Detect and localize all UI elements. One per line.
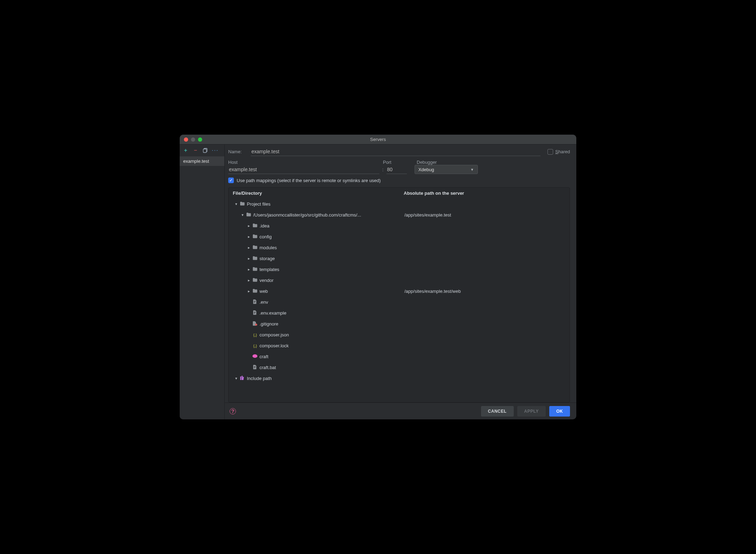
svg-rect-2: [254, 301, 256, 301]
json-icon: {..}: [252, 344, 258, 348]
tree-node-name: Project files: [247, 201, 270, 207]
tree-row[interactable]: ▸.idea: [229, 220, 570, 231]
expander-icon[interactable]: ▸: [246, 224, 252, 228]
svg-rect-6: [254, 313, 256, 313]
svg-rect-11: [254, 367, 256, 367]
tree-node-name: .gitignore: [260, 321, 278, 327]
php-icon: [252, 354, 258, 359]
tree-row[interactable]: ▾Include path: [229, 373, 570, 384]
ok-button[interactable]: OK: [549, 406, 570, 417]
svg-rect-5: [254, 312, 256, 312]
tree-row[interactable]: ▸web/app/sites/example.test/web: [229, 286, 570, 297]
svg-rect-7: [254, 313, 255, 314]
server-list-item[interactable]: example.test: [180, 156, 224, 166]
apply-button: APPLY: [517, 406, 546, 417]
add-icon[interactable]: +: [182, 147, 189, 154]
expander-icon[interactable]: ▸: [246, 289, 252, 294]
tree-row[interactable]: ▸templates: [229, 264, 570, 275]
chevron-down-icon: ▼: [470, 168, 474, 172]
minimize-window-icon[interactable]: [191, 137, 195, 142]
tree-node-name: craft: [260, 354, 268, 359]
expander-icon[interactable]: ▸: [246, 234, 252, 239]
file-tree[interactable]: ▾Project files▾/Users/jasonmccallister/g…: [229, 198, 570, 402]
library-icon: [239, 376, 245, 381]
debugger-value: Xdebug: [418, 167, 434, 172]
tree-node-name: .env.example: [260, 310, 286, 316]
copy-icon[interactable]: [202, 147, 209, 154]
host-input[interactable]: [228, 165, 379, 174]
shared-checkbox[interactable]: Shared: [547, 149, 570, 155]
path-mappings-checkbox[interactable]: ✓: [228, 178, 234, 183]
remove-icon[interactable]: −: [192, 147, 199, 154]
name-row: Name: Shared: [228, 147, 570, 156]
folder-icon: [252, 256, 258, 261]
tree-node-name: composer.lock: [260, 343, 289, 348]
svg-rect-12: [254, 368, 255, 368]
host-port-dbg-headers: Host Port Debugger: [228, 160, 570, 165]
svg-rect-14: [242, 376, 243, 380]
tree-row[interactable]: .env: [229, 297, 570, 308]
tree-node-name: .idea: [260, 223, 269, 228]
folder-icon: [252, 289, 258, 294]
tree-node-mapping[interactable]: /app/sites/example.test/web: [404, 289, 570, 294]
tree-row[interactable]: {..}composer.json: [229, 329, 570, 340]
gitignore-icon: [252, 321, 258, 327]
name-input[interactable]: [251, 147, 540, 156]
tree-row[interactable]: ▸vendor: [229, 275, 570, 286]
tree-row[interactable]: .env.example: [229, 308, 570, 318]
tree-node-name: vendor: [260, 278, 274, 283]
tree-row[interactable]: ▸storage: [229, 253, 570, 264]
traffic-lights: [180, 137, 202, 142]
close-window-icon[interactable]: [184, 137, 188, 142]
tree-row[interactable]: craft.bat: [229, 362, 570, 373]
shared-label: Shared: [555, 149, 570, 154]
host-port-dbg-inputs: : Xdebug ▼: [228, 165, 570, 174]
port-input[interactable]: [386, 165, 407, 174]
expander-icon[interactable]: ▾: [233, 202, 239, 206]
svg-rect-3: [254, 302, 256, 302]
expander-icon[interactable]: ▾: [233, 376, 239, 381]
tree-node-name: storage: [260, 256, 275, 261]
tree-node-name: modules: [260, 245, 277, 250]
tree-node-mapping[interactable]: /app/sites/example.test: [404, 212, 570, 218]
tree-row[interactable]: ▾Project files: [229, 199, 570, 210]
svg-point-8: [255, 324, 257, 326]
servers-dialog: Servers + − ··· example.test Name:: [180, 135, 576, 419]
svg-rect-4: [254, 302, 255, 303]
cancel-button[interactable]: CANCEL: [481, 406, 514, 417]
folder-icon: [252, 245, 258, 250]
tree-row[interactable]: craft: [229, 351, 570, 362]
dialog-footer: ? CANCEL APPLY OK: [225, 402, 576, 419]
tree-row[interactable]: ▸modules: [229, 242, 570, 253]
mappings-header: File/Directory Absolute path on the serv…: [229, 188, 570, 198]
tree-row[interactable]: ▸config: [229, 231, 570, 242]
zoom-window-icon[interactable]: [198, 137, 202, 142]
name-label: Name:: [228, 149, 249, 154]
help-icon[interactable]: ?: [230, 408, 236, 414]
checkbox-icon: [547, 149, 553, 155]
dialog-body: + − ··· example.test Name: Shared: [180, 144, 576, 419]
expander-icon[interactable]: ▸: [246, 267, 252, 272]
debugger-label: Debugger: [417, 160, 480, 165]
port-label: Port: [383, 160, 411, 165]
expander-icon[interactable]: ▾: [240, 213, 245, 217]
expander-icon[interactable]: ▸: [246, 278, 252, 283]
tree-row[interactable]: .gitignore: [229, 318, 570, 329]
more-icon[interactable]: ···: [212, 147, 218, 154]
column-absolute-path: Absolute path on the server: [404, 191, 565, 196]
tree-node-name: craft.bat: [260, 365, 276, 370]
folder-icon: [252, 234, 258, 239]
window-title: Servers: [180, 137, 576, 142]
tree-row[interactable]: {..}composer.lock: [229, 340, 570, 351]
file-icon: [252, 310, 258, 316]
tree-node-name: .env: [260, 299, 268, 305]
sidebar-toolbar: + − ···: [180, 144, 224, 156]
expander-icon[interactable]: ▸: [246, 256, 252, 261]
debugger-select[interactable]: Xdebug ▼: [415, 165, 478, 174]
expander-icon[interactable]: ▸: [246, 245, 252, 250]
tree-row[interactable]: ▾/Users/jasonmccallister/go/src/github.c…: [229, 210, 570, 220]
host-label: Host: [228, 160, 383, 165]
path-mappings-label: Use path mappings (select if the server …: [237, 178, 381, 183]
file-icon: [252, 365, 258, 371]
svg-point-9: [252, 354, 257, 358]
